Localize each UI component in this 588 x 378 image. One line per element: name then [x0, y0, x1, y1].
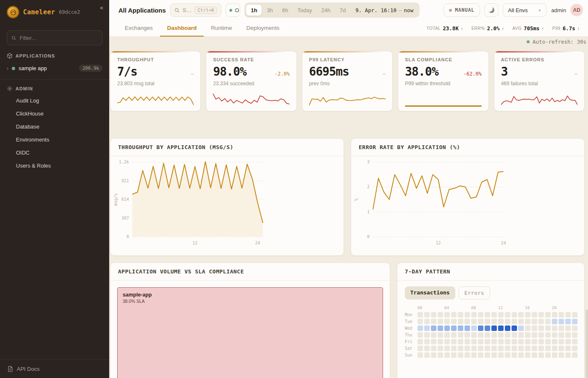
heatmap-cell[interactable]: [485, 332, 490, 338]
heatmap-cell[interactable]: [565, 352, 571, 358]
heatmap-cell[interactable]: [417, 332, 423, 338]
heatmap-cell[interactable]: [438, 326, 443, 331]
heatmap-cell[interactable]: [518, 312, 524, 318]
heatmap-cell[interactable]: [444, 332, 450, 338]
heatmap-cell[interactable]: [532, 346, 537, 351]
heatmap-cell[interactable]: [491, 346, 497, 351]
heatmap-cell[interactable]: [559, 346, 564, 351]
heatmap-cell[interactable]: [465, 339, 470, 344]
heatmap-cell[interactable]: [545, 339, 551, 344]
heatmap-cell[interactable]: [424, 346, 430, 351]
heatmap-cell[interactable]: [478, 326, 483, 331]
tab-exchanges[interactable]: Exchanges: [118, 20, 160, 37]
heatmap-cell[interactable]: [512, 319, 517, 324]
heatmap-cell[interactable]: [505, 346, 510, 351]
heatmap-cell[interactable]: [438, 332, 443, 338]
heatmap-cell[interactable]: [498, 346, 504, 351]
heatmap-cell[interactable]: [431, 346, 436, 351]
heatmap-cell[interactable]: [431, 332, 436, 338]
heatmap-cell[interactable]: [417, 339, 423, 344]
heatmap-cell[interactable]: [431, 326, 436, 331]
heatmap-cell[interactable]: [471, 319, 477, 324]
heatmap-cell[interactable]: [491, 319, 497, 324]
heatmap-cell[interactable]: [465, 352, 470, 358]
heatmap-cell[interactable]: [485, 339, 490, 344]
heatmap-cell[interactable]: [525, 346, 530, 351]
heatmap-cell[interactable]: [565, 339, 571, 344]
heatmap-cell[interactable]: [525, 312, 530, 318]
heatmap-cell[interactable]: [424, 319, 430, 324]
global-search[interactable]: S… Ctrl+K: [170, 3, 221, 17]
heatmap-cell[interactable]: [532, 326, 537, 331]
heatmap-cell[interactable]: [552, 312, 557, 318]
sidebar-filter[interactable]: [7, 30, 102, 45]
toggle-transactions[interactable]: Transactions: [405, 286, 455, 299]
heatmap-cell[interactable]: [498, 319, 504, 324]
range-button-6h[interactable]: 6h: [278, 4, 293, 16]
sidebar-item-environments[interactable]: Environments: [0, 133, 109, 146]
sidebar-item-sample-app[interactable]: › sample app 206.9k: [0, 61, 109, 75]
heatmap-cell[interactable]: [438, 312, 443, 318]
heatmap-cell[interactable]: [505, 352, 510, 358]
heatmap-cell[interactable]: [451, 312, 457, 318]
heatmap-cell[interactable]: [478, 332, 483, 338]
heatmap-cell[interactable]: [465, 312, 470, 318]
sidebar-item-users-roles[interactable]: Users & Roles: [0, 159, 109, 172]
heatmap-cell[interactable]: [444, 326, 450, 331]
heatmap-cell[interactable]: [512, 332, 517, 338]
heatmap-cell[interactable]: [458, 332, 463, 338]
heatmap-cell[interactable]: [465, 332, 470, 338]
heatmap-cell[interactable]: [498, 352, 504, 358]
heatmap-cell[interactable]: [552, 332, 557, 338]
sidebar-item-database[interactable]: Database: [0, 120, 109, 133]
heatmap-cell[interactable]: [431, 312, 436, 318]
heatmap-cell[interactable]: [458, 339, 463, 344]
heatmap-cell[interactable]: [458, 346, 463, 351]
heatmap-cell[interactable]: [458, 352, 463, 358]
heatmap-cell[interactable]: [518, 332, 524, 338]
heatmap-cell[interactable]: [559, 319, 564, 324]
heatmap-cell[interactable]: [559, 339, 564, 344]
heatmap-cell[interactable]: [532, 339, 537, 344]
heatmap-cell[interactable]: [565, 346, 571, 351]
scrollbar-thumb[interactable]: [585, 310, 588, 378]
heatmap-cell[interactable]: [417, 312, 423, 318]
heatmap-cell[interactable]: [491, 332, 497, 338]
heatmap-cell[interactable]: [465, 326, 470, 331]
heatmap-cell[interactable]: [512, 339, 517, 344]
heatmap-cell[interactable]: [491, 352, 497, 358]
heatmap-cell[interactable]: [525, 332, 530, 338]
heatmap-cell[interactable]: [471, 332, 477, 338]
heatmap-cell[interactable]: [478, 319, 483, 324]
heatmap-cell[interactable]: [512, 326, 517, 331]
heatmap-cell[interactable]: [538, 312, 544, 318]
sidebar-item-oidc[interactable]: OIDC: [0, 146, 109, 159]
heatmap-cell[interactable]: [465, 319, 470, 324]
heatmap-cell[interactable]: [518, 326, 524, 331]
heatmap-cell[interactable]: [572, 326, 578, 331]
heatmap-cell[interactable]: [444, 352, 450, 358]
heatmap-cell[interactable]: [572, 346, 578, 351]
heatmap-cell[interactable]: [471, 326, 477, 331]
heatmap-cell[interactable]: [552, 319, 557, 324]
treemap-node-sample-app[interactable]: sample-app 38.0% SLA: [117, 287, 383, 378]
heatmap-cell[interactable]: [424, 332, 430, 338]
heatmap-cell[interactable]: [491, 312, 497, 318]
heatmap-cell[interactable]: [552, 346, 557, 351]
chevron-right-icon[interactable]: ›: [7, 65, 8, 71]
heatmap-cell[interactable]: [532, 352, 537, 358]
heatmap-cell[interactable]: [485, 346, 490, 351]
heatmap-cell[interactable]: [559, 326, 564, 331]
heatmap-cell[interactable]: [424, 352, 430, 358]
env-select[interactable]: All Envs ▾: [503, 3, 546, 17]
sidebar-filter-input[interactable]: [20, 35, 98, 41]
heatmap-cell[interactable]: [417, 346, 423, 351]
heatmap-cell[interactable]: [431, 352, 436, 358]
manual-refresh-button[interactable]: MANUAL: [444, 3, 480, 17]
heatmap-cell[interactable]: [525, 319, 530, 324]
heatmap-cell[interactable]: [518, 319, 524, 324]
heatmap-cell[interactable]: [545, 352, 551, 358]
heatmap-cell[interactable]: [478, 352, 483, 358]
heatmap-cell[interactable]: [485, 352, 490, 358]
sidebar-item-api-docs[interactable]: API Docs: [0, 360, 109, 378]
